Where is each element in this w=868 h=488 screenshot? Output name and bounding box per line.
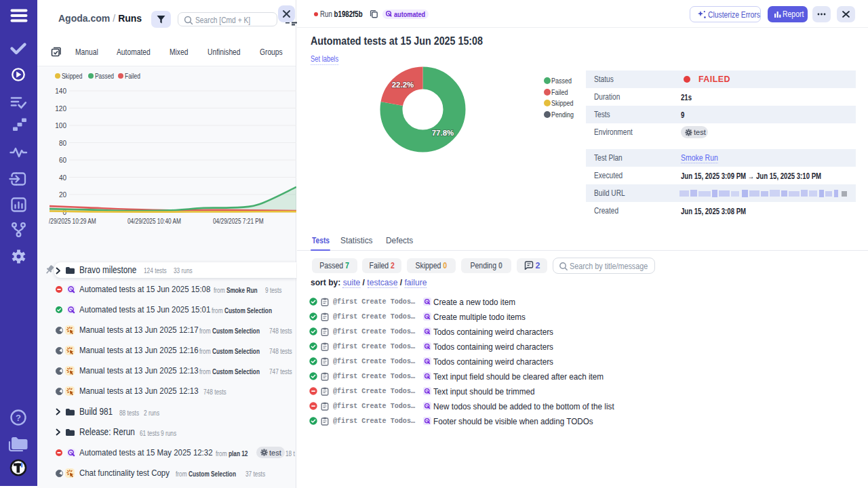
svg-text:60: 60: [59, 157, 67, 164]
svg-text:20: 20: [59, 191, 67, 199]
svg-text:100: 100: [55, 122, 66, 129]
svg-text:77.8%: 77.8%: [432, 129, 454, 137]
svg-text:120: 120: [55, 105, 66, 113]
svg-text:80: 80: [59, 140, 67, 147]
svg-text:?: ?: [16, 413, 21, 423]
svg-text:140: 140: [55, 87, 66, 95]
svg-text:22.2%: 22.2%: [392, 81, 414, 89]
svg-text:40: 40: [59, 174, 67, 182]
